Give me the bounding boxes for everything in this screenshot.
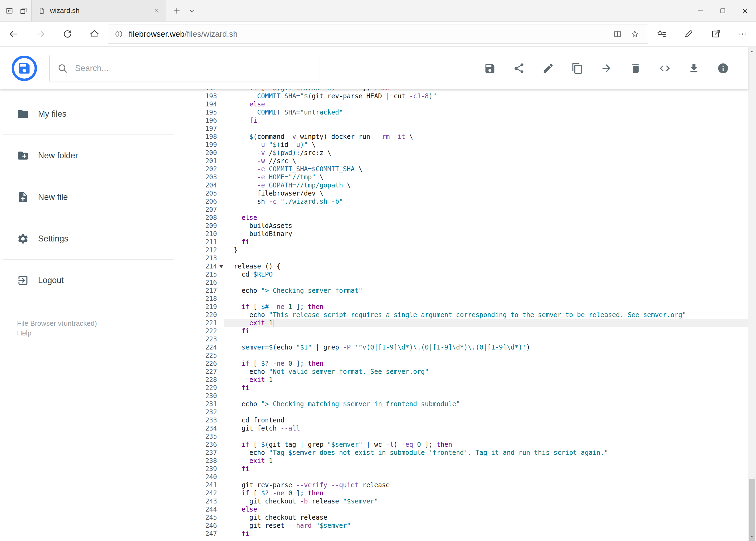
search-box[interactable]: [49, 55, 319, 82]
editor-line[interactable]: 218: [194, 295, 748, 303]
delete-button[interactable]: [630, 62, 641, 74]
copy-button[interactable]: [571, 62, 583, 74]
share-page-button[interactable]: [702, 22, 729, 47]
editor-line[interactable]: 203 -e HOME="//tmp" \: [194, 173, 748, 181]
editor-line[interactable]: 225: [194, 351, 748, 359]
editor-line[interactable]: 242 if [ $? -ne 0 ]; then: [194, 489, 748, 497]
editor-line[interactable]: 229 fi: [194, 384, 748, 392]
editor-line[interactable]: 193 COMMIT_SHA="$(git rev-parse HEAD | c…: [194, 92, 748, 100]
browser-menu-button[interactable]: [729, 22, 756, 47]
editor-line[interactable]: 230: [194, 392, 748, 400]
editor-line[interactable]: 246 git reset --hard "$semver": [194, 522, 748, 530]
editor-line[interactable]: 204 -e GOPATH=//tmp/gopath \: [194, 181, 748, 189]
favorite-button[interactable]: [626, 25, 643, 43]
editor-line[interactable]: 194 else: [194, 100, 748, 108]
editor-line[interactable]: 197: [194, 125, 748, 133]
scroll-up-button[interactable]: [748, 47, 756, 56]
editor-line[interactable]: 233 cd frontend: [194, 416, 748, 424]
code-editor[interactable]: 192 if [ "$(git status -s)" = "" ]; then…: [194, 89, 748, 541]
refresh-button[interactable]: [54, 22, 81, 47]
sidebar-item-my-files[interactable]: My files: [0, 93, 194, 135]
editor-line[interactable]: 207: [194, 206, 748, 214]
fold-arrow-icon[interactable]: [219, 265, 223, 268]
editor-line[interactable]: 212}: [194, 246, 748, 254]
tab-close-button[interactable]: [153, 8, 160, 14]
editor-line[interactable]: 243 git checkout -b release "$semver": [194, 497, 748, 505]
editor-line[interactable]: 198 $(command -v winpty) docker run --rm…: [194, 133, 748, 141]
reading-view-button[interactable]: [609, 25, 626, 43]
editor-line[interactable]: 226 if [ $? -ne 0 ]; then: [194, 359, 748, 367]
editor-line[interactable]: 209 buildAssets: [194, 222, 748, 230]
save-button[interactable]: [484, 62, 496, 74]
filebrowser-logo[interactable]: [12, 56, 37, 81]
editor-line[interactable]: 214release () {: [194, 262, 748, 270]
share-button[interactable]: [513, 62, 525, 74]
forward-button[interactable]: [27, 22, 54, 47]
editor-line[interactable]: 199 -u "$(id -u)" \: [194, 141, 748, 149]
editor-line[interactable]: 200 -v /$(pwd):/src:z \: [194, 149, 748, 157]
editor-line[interactable]: 228 exit 1: [194, 376, 748, 384]
editor-line[interactable]: 240: [194, 473, 748, 481]
editor-line[interactable]: 205 filebrowser/dev \: [194, 189, 748, 198]
tabs-preview-button[interactable]: [19, 7, 28, 15]
editor-line[interactable]: 247 fi: [194, 530, 748, 538]
editor-line[interactable]: 232: [194, 408, 748, 416]
tab-wizard-sh[interactable]: wizard.sh: [31, 0, 165, 21]
editor-line[interactable]: 222 fi: [194, 327, 748, 335]
sidebar-item-new-file[interactable]: New file: [0, 176, 194, 218]
editor-line[interactable]: 211 fi: [194, 238, 748, 246]
web-note-button[interactable]: [675, 22, 702, 47]
editor-line[interactable]: 195 COMMIT_SHA="untracked": [194, 108, 748, 116]
editor-line[interactable]: 236 if [ $(git tag | grep "$semver" | wc…: [194, 440, 748, 449]
scroll-down-button[interactable]: [748, 532, 756, 541]
editor-line[interactable]: 241 git rev-parse --verify --quiet relea…: [194, 481, 748, 489]
editor-line[interactable]: 202 -e COMMIT_SHA=$COMMIT_SHA \: [194, 165, 748, 173]
editor-line[interactable]: 208 else: [194, 214, 748, 222]
editor-line[interactable]: 244 else: [194, 505, 748, 513]
home-button[interactable]: [81, 22, 108, 47]
code-button[interactable]: [659, 62, 671, 74]
editor-line[interactable]: 223: [194, 335, 748, 343]
editor-line[interactable]: 196 fi: [194, 116, 748, 125]
tab-preview-toggle[interactable]: [188, 7, 196, 15]
editor-line[interactable]: 201 -w //src \: [194, 157, 748, 165]
editor-line[interactable]: 213: [194, 254, 748, 262]
maximize-button[interactable]: [712, 0, 734, 21]
address-bar[interactable]: filebrowser.web/files/wizard.sh: [108, 25, 648, 44]
editor-line[interactable]: 210 buildBinary: [194, 230, 748, 238]
search-input[interactable]: [75, 64, 312, 73]
move-button[interactable]: [601, 62, 613, 74]
set-tabs-aside-button[interactable]: [5, 7, 14, 15]
editor-line[interactable]: 215 cd $REPO: [194, 270, 748, 278]
favorites-hub-button[interactable]: [648, 22, 675, 47]
editor-line[interactable]: 221 exit 1: [194, 319, 748, 327]
help-link[interactable]: Help: [17, 328, 31, 337]
minimize-button[interactable]: [690, 0, 712, 21]
editor-line[interactable]: 238 exit 1: [194, 457, 748, 465]
sidebar-item-new-folder[interactable]: New folder: [0, 135, 194, 176]
editor-line[interactable]: 231 echo "> Checking matching $semver in…: [194, 400, 748, 408]
download-button[interactable]: [688, 62, 700, 74]
new-tab-button[interactable]: [172, 6, 181, 15]
page-scrollbar[interactable]: [748, 47, 756, 541]
sidebar-item-settings[interactable]: Settings: [0, 218, 194, 259]
info-button[interactable]: [717, 62, 729, 74]
editor-line[interactable]: 245 git checkout release: [194, 513, 748, 522]
editor-line[interactable]: 237 echo "Tag $semver does not exist in …: [194, 449, 748, 457]
site-info-icon[interactable]: [115, 30, 123, 38]
url-text[interactable]: filebrowser.web/files/wizard.sh: [129, 29, 609, 39]
editor-line[interactable]: 239 fi: [194, 465, 748, 473]
editor-line[interactable]: 206 sh -c "./wizard.sh -b": [194, 198, 748, 206]
editor-line[interactable]: 227 echo "Not valid semver format. See s…: [194, 367, 748, 376]
editor-line[interactable]: 224 semver=$(echo "$1" | grep -P '^v(0|[…: [194, 343, 748, 351]
editor-line[interactable]: 234 git fetch --all: [194, 424, 748, 432]
editor-line[interactable]: 219 if [ $# -ne 1 ]; then: [194, 303, 748, 311]
sidebar-item-logout[interactable]: Logout: [0, 260, 194, 301]
editor-line[interactable]: 216: [194, 278, 748, 286]
editor-line[interactable]: 217 echo "> Checking semver format": [194, 286, 748, 295]
editor-line[interactable]: 220 echo "This release script requires a…: [194, 311, 748, 319]
editor-line[interactable]: 235: [194, 432, 748, 440]
close-window-button[interactable]: [734, 0, 756, 21]
back-button[interactable]: [0, 22, 27, 47]
edit-button[interactable]: [542, 62, 554, 74]
